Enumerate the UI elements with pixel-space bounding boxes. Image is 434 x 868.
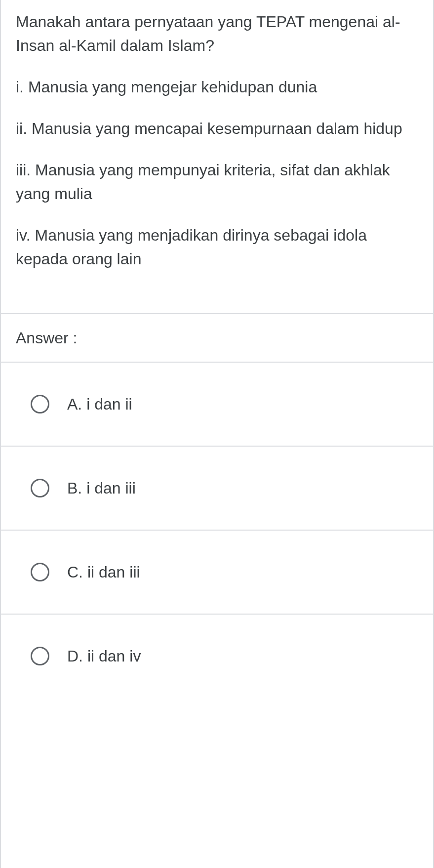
option-b[interactable]: B. i dan iii — [1, 446, 433, 530]
quiz-container: Manakah antara pernyataan yang TEPAT men… — [0, 0, 434, 868]
question-prompt: Manakah antara pernyataan yang TEPAT men… — [16, 10, 418, 57]
radio-icon — [31, 479, 49, 497]
answer-header: Answer : — [1, 314, 433, 362]
statement-2: ii. Manusia yang mencapai kesempurnaan d… — [16, 117, 418, 140]
statement-4: iv. Manusia yang menjadikan dirinya seba… — [16, 223, 418, 271]
option-d[interactable]: D. ii dan iv — [1, 614, 433, 698]
option-a[interactable]: A. i dan ii — [1, 362, 433, 446]
statement-3: iii. Manusia yang mempunyai kriteria, si… — [16, 158, 418, 206]
option-label: C. ii dan iii — [67, 560, 140, 584]
option-label: A. i dan ii — [67, 392, 132, 416]
radio-icon — [31, 563, 49, 581]
question-section: Manakah antara pernyataan yang TEPAT men… — [1, 0, 433, 313]
option-c[interactable]: C. ii dan iii — [1, 530, 433, 614]
radio-icon — [31, 395, 49, 413]
statement-1: i. Manusia yang mengejar kehidupan dunia — [16, 75, 418, 99]
radio-icon — [31, 647, 49, 665]
answer-label: Answer : — [16, 329, 77, 347]
option-label: D. ii dan iv — [67, 644, 141, 668]
option-label: B. i dan iii — [67, 476, 136, 500]
